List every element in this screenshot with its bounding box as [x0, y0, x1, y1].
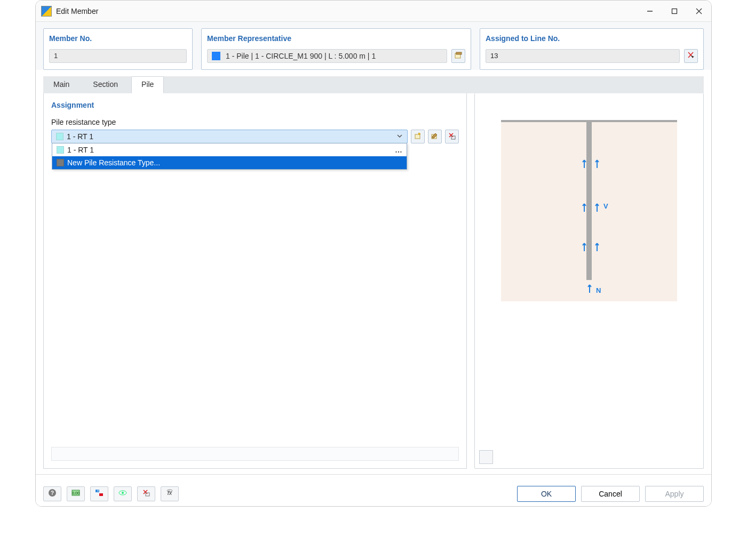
- tab-pile[interactable]: Pile: [131, 76, 164, 93]
- pile-preview-diagram: V N: [501, 120, 677, 301]
- dropdown-item-label: New Pile Resistance Type...: [67, 158, 160, 167]
- open-member-library-button[interactable]: [451, 49, 465, 63]
- member-representative-fieldset: Member Representative 1 - Pile | 1 - CIR…: [201, 28, 471, 70]
- clear-pick-icon: [141, 488, 151, 499]
- cancel-button[interactable]: Cancel: [581, 486, 640, 502]
- svg-rect-5: [456, 52, 462, 54]
- maximize-button[interactable]: [662, 1, 687, 21]
- member-representative-label: Member Representative: [207, 34, 465, 43]
- remove-pick-icon: [448, 132, 456, 142]
- header-fields-row: Member No. 1 Member Representative 1 - P…: [36, 22, 711, 70]
- member-no-fieldset: Member No. 1: [43, 28, 193, 70]
- svg-text:?: ?: [51, 490, 54, 496]
- pick-cursor-icon: [687, 51, 695, 61]
- assigned-line-row: 13: [486, 49, 698, 63]
- pile-column-icon: [586, 120, 592, 280]
- preview-label-v: V: [603, 202, 608, 210]
- apply-button[interactable]: Apply: [645, 486, 704, 502]
- language-button[interactable]: A: [90, 486, 108, 501]
- member-no-input[interactable]: 1: [49, 49, 187, 63]
- units-button[interactable]: 0,00: [67, 486, 85, 501]
- help-button[interactable]: ?: [43, 486, 61, 501]
- footer-bar: ? 0,00 A fx OK: [36, 474, 711, 506]
- lang-icon: A: [94, 488, 104, 499]
- window-root: Edit Member Member No. 1 Member Represen…: [35, 0, 712, 507]
- new-icon: [414, 132, 422, 142]
- pile-resistance-type-dropdown: 1 - RT 1 … New Pile Resistance Type...: [52, 143, 407, 170]
- expand-preview-button[interactable]: [479, 450, 493, 464]
- tab-main[interactable]: Main: [43, 76, 80, 93]
- pile-resistance-type-combobox[interactable]: 1 - RT 1 1 - RT 1 … New Pile Resistance …: [51, 130, 408, 143]
- fx-button[interactable]: fx: [161, 486, 179, 501]
- member-no-label: Member No.: [49, 34, 187, 43]
- window-controls: [638, 1, 711, 21]
- pile-resistance-type-row: 1 - RT 1 1 - RT 1 … New Pile Resistance …: [51, 130, 459, 143]
- assigned-line-fieldset: Assigned to Line No. 13: [480, 28, 704, 70]
- edit-icon: [431, 132, 439, 142]
- member-representative-row: 1 - Pile | 1 - CIRCLE_M1 900 | L : 5.000…: [207, 49, 465, 63]
- units-icon: 0,00: [71, 488, 81, 499]
- clear-pick-button[interactable]: [137, 486, 155, 501]
- member-representative-display[interactable]: 1 - Pile | 1 - CIRCLE_M1 900 | L : 5.000…: [207, 49, 447, 63]
- svg-text:fx: fx: [168, 490, 172, 496]
- svg-point-24: [122, 492, 124, 494]
- preview-pane: V N: [474, 93, 704, 469]
- chevron-down-icon: [396, 133, 403, 141]
- app-icon: [41, 6, 52, 17]
- pick-line-button[interactable]: [684, 49, 698, 63]
- fx-icon: fx: [165, 488, 174, 499]
- member-color-swatch: [212, 52, 220, 60]
- edit-rt-button[interactable]: [428, 130, 442, 143]
- minimize-button[interactable]: [638, 1, 662, 21]
- rt-swatch-icon: [57, 146, 64, 154]
- member-representative-value: 1 - Pile | 1 - CIRCLE_M1 900 | L : 5.000…: [226, 50, 376, 62]
- dropdown-item-new-type[interactable]: New Pile Resistance Type...: [52, 156, 407, 169]
- new-item-swatch-icon: [57, 159, 64, 166]
- assigned-line-input[interactable]: 13: [486, 49, 680, 63]
- assignment-title: Assignment: [51, 101, 459, 109]
- new-rt-button[interactable]: [411, 130, 425, 143]
- view-button[interactable]: [114, 486, 132, 501]
- help-icon: ?: [47, 488, 57, 499]
- ellipsis-icon[interactable]: …: [395, 146, 402, 154]
- view-icon: [118, 488, 128, 499]
- pad-icon: [454, 51, 463, 61]
- dropdown-item-label: 1 - RT 1: [67, 146, 94, 154]
- tab-section[interactable]: Section: [83, 76, 128, 93]
- svg-rect-21: [99, 493, 103, 496]
- body-grid: Assignment Pile resistance type 1 - RT 1…: [43, 93, 704, 469]
- close-button[interactable]: [687, 1, 711, 21]
- window-title: Edit Member: [56, 7, 638, 15]
- preview-label-n: N: [596, 286, 601, 294]
- svg-text:0,00: 0,00: [72, 491, 80, 495]
- tabs-row: Main Section Pile: [43, 76, 704, 93]
- pile-tab-pane: Assignment Pile resistance type 1 - RT 1…: [43, 93, 467, 469]
- pile-resistance-type-label: Pile resistance type: [51, 118, 459, 126]
- remove-rt-button[interactable]: [445, 130, 459, 143]
- ok-button[interactable]: OK: [517, 486, 576, 502]
- pile-resistance-type-value: 1 - RT 1: [67, 132, 93, 141]
- assigned-line-label: Assigned to Line No.: [486, 34, 698, 43]
- title-bar: Edit Member: [36, 1, 711, 22]
- status-strip: [51, 447, 459, 461]
- dropdown-item-rt1[interactable]: 1 - RT 1 …: [52, 143, 407, 156]
- rt-swatch-icon: [56, 133, 63, 140]
- svg-rect-1: [672, 9, 677, 13]
